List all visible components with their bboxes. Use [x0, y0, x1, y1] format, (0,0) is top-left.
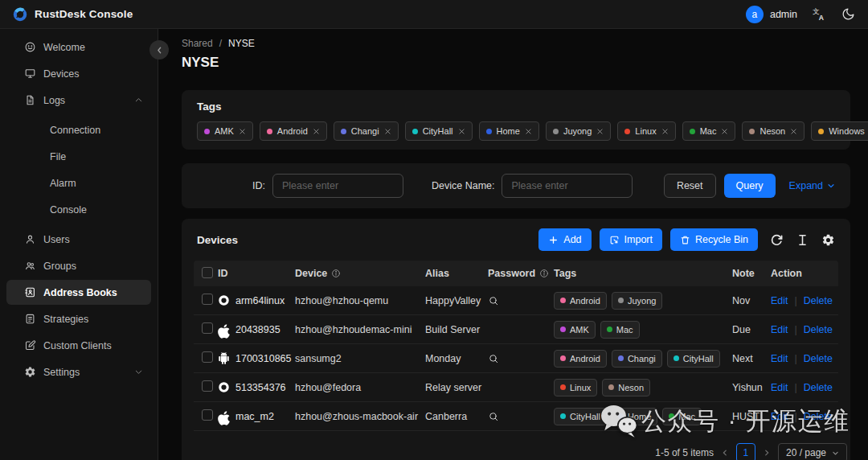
sidebar-item-strategies[interactable]: Strategies: [0, 306, 158, 332]
sidebar-item-logs[interactable]: Logs: [0, 87, 158, 113]
action-separator: |: [795, 324, 797, 335]
edit-link[interactable]: Edit: [771, 295, 788, 306]
tag-chip[interactable]: Linux: [617, 121, 675, 141]
tag-chip: AMK: [554, 321, 596, 339]
edit-link[interactable]: Edit: [771, 353, 788, 364]
import-button[interactable]: Import: [600, 228, 662, 251]
row-checkbox[interactable]: [202, 409, 213, 421]
column-settings-icon[interactable]: [821, 233, 835, 247]
delete-link[interactable]: Delete: [804, 411, 833, 422]
current-page[interactable]: 1: [736, 443, 755, 460]
remove-tag-icon[interactable]: [525, 128, 532, 135]
row-actions: Edit|Delete: [771, 411, 838, 422]
select-all-checkbox[interactable]: [202, 267, 213, 278]
tag-chip[interactable]: Android: [260, 121, 327, 141]
device-id: mac_m2: [235, 411, 274, 422]
devices-toolbar: Add Import Recycle Bin: [538, 228, 835, 251]
sidebar-subitem-console[interactable]: Console: [0, 196, 158, 223]
add-button[interactable]: Add: [538, 228, 591, 251]
sidebar-item-welcome[interactable]: Welcome: [0, 34, 158, 60]
refresh-icon[interactable]: [770, 233, 784, 247]
tag-chip[interactable]: Changi: [334, 121, 399, 141]
remove-tag-icon[interactable]: [661, 128, 669, 135]
sidebar-item-settings[interactable]: Settings: [0, 359, 158, 385]
breadcrumb-root[interactable]: Shared: [182, 38, 213, 49]
tag-color-dot: [486, 129, 492, 134]
remove-tag-icon[interactable]: [790, 128, 797, 135]
delete-link[interactable]: Delete: [804, 324, 833, 335]
prev-page-icon[interactable]: [721, 449, 729, 457]
delete-link[interactable]: Delete: [804, 382, 833, 393]
row-checkbox[interactable]: [202, 322, 213, 334]
user-menu[interactable]: a admin: [746, 6, 797, 23]
tag-name: CityHall: [570, 412, 600, 421]
chevron-down-icon: [832, 450, 839, 457]
edit-link[interactable]: Edit: [771, 324, 788, 335]
reveal-password-icon[interactable]: [488, 353, 554, 364]
remove-tag-icon[interactable]: [239, 128, 246, 135]
ring-os-icon: [218, 294, 230, 306]
tag-color-dot: [674, 355, 679, 361]
sidebar-subitem-connection[interactable]: Connection: [0, 117, 158, 143]
tag-chip[interactable]: Windows: [811, 121, 868, 141]
reset-button[interactable]: Reset: [664, 174, 716, 198]
tag-chip[interactable]: Mac: [682, 121, 736, 141]
edit-link[interactable]: Edit: [771, 411, 788, 422]
sidebar-item-users[interactable]: Users: [0, 226, 158, 253]
sidebar-item-address-books[interactable]: Address Books: [0, 279, 158, 306]
row-height-icon[interactable]: [796, 233, 809, 247]
tag-chip[interactable]: Juyong: [546, 121, 611, 141]
sidebar-item-custom-clients[interactable]: Custom Clients: [0, 332, 158, 359]
plus-icon: [548, 235, 559, 245]
expand-toggle[interactable]: Expand: [789, 180, 835, 191]
remove-tag-icon[interactable]: [384, 128, 391, 135]
tag-color-dot: [267, 129, 272, 134]
query-button[interactable]: Query: [724, 174, 776, 198]
language-icon[interactable]: 文 A: [813, 7, 826, 21]
reveal-password-icon[interactable]: [488, 295, 554, 306]
remove-tag-icon[interactable]: [313, 128, 320, 135]
sidebar-item-groups[interactable]: Groups: [0, 253, 158, 279]
tag-chip[interactable]: Home: [479, 121, 539, 141]
tag-name: Android: [570, 354, 600, 363]
tag-name: Android: [277, 126, 308, 136]
strategy-icon: [24, 313, 36, 325]
row-checkbox[interactable]: [202, 351, 213, 363]
info-icon[interactable]: [331, 269, 341, 278]
remove-tag-icon[interactable]: [596, 128, 604, 135]
device-alias: Build Server: [425, 324, 488, 335]
tag-chip[interactable]: Neson: [742, 121, 805, 141]
dark-mode-icon[interactable]: [841, 7, 855, 21]
next-page-icon[interactable]: [763, 449, 771, 457]
device-name-filter-input[interactable]: [502, 174, 633, 198]
tags-panel: Tags AMKAndroidChangiCityHallHomeJuyongL…: [182, 90, 850, 150]
tag-chip[interactable]: AMK: [197, 121, 253, 141]
tag-chip: Linux: [554, 379, 597, 396]
edit-link[interactable]: Edit: [771, 382, 788, 393]
sidebar-collapse-button[interactable]: [149, 40, 169, 60]
tag-chip[interactable]: CityHall: [405, 121, 473, 141]
tag-color-dot: [560, 413, 566, 419]
sidebar-item-devices[interactable]: Devices: [0, 60, 158, 87]
sidebar-subitem-file[interactable]: File: [0, 143, 158, 170]
id-filter-input[interactable]: [272, 174, 403, 198]
info-icon[interactable]: [539, 269, 549, 278]
remove-tag-icon[interactable]: [458, 128, 465, 135]
row-checkbox[interactable]: [202, 380, 213, 392]
delete-link[interactable]: Delete: [804, 295, 833, 306]
tag-color-dot: [412, 129, 418, 134]
page-size-select[interactable]: 20 / page: [778, 443, 847, 460]
sidebar-submenu: ConnectionFileAlarmConsole: [0, 117, 158, 223]
tag-name: CityHall: [683, 354, 714, 363]
recycle-bin-button[interactable]: Recycle Bin: [670, 228, 758, 251]
avatar[interactable]: a: [746, 6, 764, 23]
row-checkbox[interactable]: [202, 294, 213, 305]
reveal-password-icon[interactable]: [488, 411, 554, 422]
devices-table: IDDeviceAliasPasswordTagsNoteAction arm6…: [194, 261, 838, 431]
remove-tag-icon[interactable]: [721, 128, 728, 135]
table-row: 1700310865sansumg2MondayAndroidChangiCit…: [194, 344, 838, 373]
device-name: hzhou@hzhoudemac-mini: [295, 324, 425, 335]
delete-link[interactable]: Delete: [804, 353, 833, 364]
pagination: 1-5 of 5 items 1 20 / page: [182, 443, 847, 460]
sidebar-subitem-alarm[interactable]: Alarm: [0, 170, 158, 196]
